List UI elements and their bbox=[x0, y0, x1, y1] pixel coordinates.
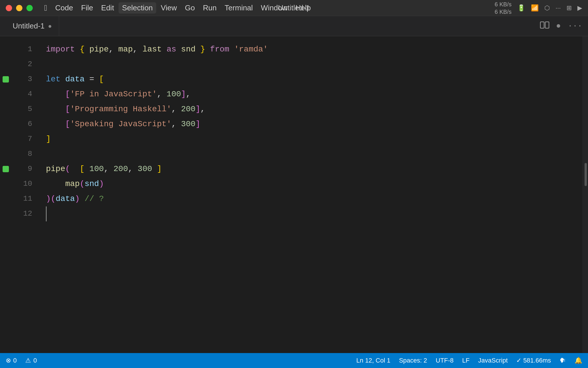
notification-icon: ▶ bbox=[577, 4, 582, 12]
scrollbar-thumb[interactable] bbox=[585, 163, 587, 186]
indent-4 bbox=[46, 87, 65, 102]
status-warnings[interactable]: ⚠ 0 bbox=[25, 357, 37, 364]
bp-12 bbox=[0, 206, 11, 221]
str-haskell: 'Programming Haskell' bbox=[70, 102, 171, 117]
notification-bell-icon[interactable]: 🔔 bbox=[575, 357, 582, 364]
circle-button[interactable]: ● bbox=[556, 22, 561, 30]
plain-17 bbox=[70, 162, 80, 177]
pipe-bracket-close: ] bbox=[157, 162, 162, 177]
wifi-icon: 📶 bbox=[531, 4, 539, 12]
split-editor-button[interactable] bbox=[540, 22, 549, 31]
plain-13: , bbox=[186, 87, 191, 102]
bp-3 bbox=[0, 72, 11, 87]
ln-9: 9 bbox=[11, 162, 37, 177]
menu-selection[interactable]: Selection bbox=[119, 2, 156, 14]
plain-22 bbox=[80, 191, 85, 206]
code-line-11: ) ( data ) // ? bbox=[46, 191, 574, 206]
status-spaces[interactable]: Spaces: 2 bbox=[399, 357, 427, 364]
status-timing: ✓ 581.66ms bbox=[516, 357, 551, 364]
bracket-close: ] bbox=[46, 132, 51, 147]
ln-12: 12 bbox=[11, 206, 37, 221]
result-paren-data-close: ) bbox=[75, 191, 80, 206]
maximize-button[interactable] bbox=[26, 5, 33, 11]
tab-actions: ● ··· bbox=[540, 22, 582, 31]
statusbar-right: Ln 12, Col 1 Spaces: 2 UTF-8 LF JavaScri… bbox=[356, 357, 582, 364]
menu-view[interactable]: View bbox=[157, 2, 180, 14]
str-speaking: 'Speaking JavaScript' bbox=[70, 117, 171, 132]
num-100: 100 bbox=[167, 87, 181, 102]
ln-1: 1 bbox=[11, 42, 37, 57]
menu-run[interactable]: Run bbox=[200, 2, 220, 14]
status-errors[interactable]: ⊗ 0 bbox=[6, 357, 17, 364]
menu-terminal[interactable]: Terminal bbox=[221, 2, 256, 14]
fn-map-call: map bbox=[65, 177, 80, 191]
feedback-icon[interactable]: 🗣 bbox=[560, 357, 566, 364]
status-language[interactable]: JavaScript bbox=[478, 357, 508, 364]
code-line-2 bbox=[46, 57, 574, 72]
code-line-12 bbox=[46, 206, 574, 221]
apple-menu[interactable]:  bbox=[41, 2, 51, 14]
bp-1 bbox=[0, 42, 11, 57]
warn-count: 0 bbox=[33, 357, 37, 364]
menu-edit[interactable]: Edit bbox=[98, 2, 117, 14]
plain-6 bbox=[176, 42, 181, 57]
inner-bracket-6-close: ] bbox=[196, 117, 200, 132]
var-snd: snd bbox=[84, 177, 99, 191]
editor: 1 2 3 4 5 6 7 8 9 10 11 12 import { pipe… bbox=[0, 36, 588, 353]
bp-5 bbox=[0, 102, 11, 117]
more-actions-button[interactable]: ··· bbox=[568, 22, 582, 30]
bp-6 bbox=[0, 117, 11, 132]
bp-10 bbox=[0, 177, 11, 191]
titlebar:  Code File Edit Selection View Go Run T… bbox=[0, 0, 588, 16]
svg-rect-1 bbox=[545, 22, 549, 28]
minimize-button[interactable] bbox=[16, 5, 22, 11]
fn-last: last bbox=[142, 42, 162, 57]
fn-pipe-call: pipe bbox=[46, 162, 65, 177]
num-100b: 100 bbox=[89, 162, 104, 177]
indent-6 bbox=[46, 117, 65, 132]
indent-5 bbox=[46, 102, 65, 117]
inner-bracket-5-open: [ bbox=[65, 102, 70, 117]
editor-tab[interactable]: Untitled-1 ● bbox=[6, 16, 59, 36]
bp-11 bbox=[0, 191, 11, 206]
tab-dot: ● bbox=[48, 22, 52, 30]
menu-code[interactable]: Code bbox=[52, 2, 76, 14]
breakpoint-3[interactable] bbox=[3, 76, 9, 83]
plain-15: , bbox=[200, 102, 205, 117]
plain-9 bbox=[229, 42, 234, 57]
plain-4: , bbox=[133, 42, 143, 57]
line-numbers: 1 2 3 4 5 6 7 8 9 10 11 12 bbox=[11, 36, 37, 353]
keyword-from: from bbox=[210, 42, 229, 57]
status-eol[interactable]: LF bbox=[462, 357, 470, 364]
fn-map: map bbox=[118, 42, 133, 57]
var-data: data bbox=[65, 72, 84, 87]
battery-icon: 🔋 bbox=[517, 4, 525, 12]
status-ln-col[interactable]: Ln 12, Col 1 bbox=[356, 357, 390, 364]
fn-snd: snd bbox=[181, 42, 196, 57]
bp-9 bbox=[0, 162, 11, 177]
traffic-lights bbox=[6, 5, 33, 11]
pipe-bracket-open: [ bbox=[80, 162, 85, 177]
plain-8 bbox=[205, 42, 210, 57]
ln-2: 2 bbox=[11, 57, 37, 72]
menu-file[interactable]: File bbox=[78, 2, 96, 14]
map-paren-open: ( bbox=[80, 177, 85, 191]
code-line-7: ] bbox=[46, 132, 574, 147]
window-title: Untitled-1 bbox=[278, 3, 310, 12]
inner-bracket-4-close: ] bbox=[181, 87, 186, 102]
num-300: 300 bbox=[181, 117, 196, 132]
plain-16: , bbox=[171, 117, 181, 132]
keyword-let: let bbox=[46, 72, 60, 87]
code-editor[interactable]: import { pipe , map , last as snd } from… bbox=[37, 36, 582, 353]
scrollbar-track[interactable] bbox=[582, 36, 588, 353]
menu-go[interactable]: Go bbox=[181, 2, 198, 14]
keyword-as: as bbox=[167, 42, 176, 57]
error-count: 0 bbox=[13, 357, 17, 364]
code-line-10: map ( snd ) bbox=[46, 177, 574, 191]
ln-5: 5 bbox=[11, 102, 37, 117]
status-encoding[interactable]: UTF-8 bbox=[436, 357, 454, 364]
breakpoint-9[interactable] bbox=[3, 166, 9, 172]
close-button[interactable] bbox=[6, 5, 12, 11]
controlcenter-icon: ⊞ bbox=[566, 4, 572, 12]
code-line-9: pipe ( [ 100 , 200 , 300 ] bbox=[46, 162, 574, 177]
